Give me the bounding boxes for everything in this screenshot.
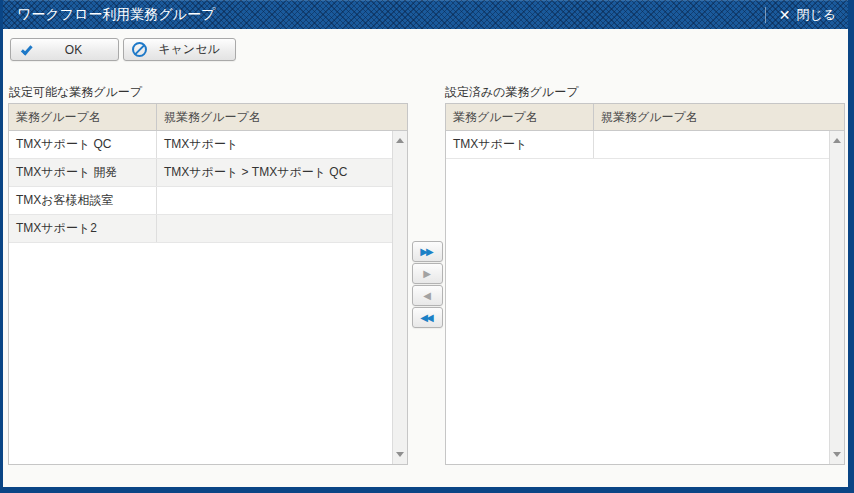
close-icon: ✕ [779,8,791,22]
titlebar: ワークフロー利用業務グループ ✕ 閉じる [3,0,848,29]
dialog-title: ワークフロー利用業務グループ [17,0,215,29]
configured-groups-table: 業務グループ名 親業務グループ名 TMXサポート [445,103,845,465]
scroll-down-icon[interactable] [833,452,841,457]
move-right-button[interactable]: ▶ [412,263,443,284]
ok-button[interactable]: OK [10,38,119,61]
vertical-scrollbar[interactable] [392,131,407,464]
available-groups-body: TMXサポート QCTMXサポートTMXサポート 開発TMXサポート > TMX… [9,131,407,464]
available-groups-label: 設定可能な業務グループ [9,84,142,101]
cancel-circle-slash-icon [132,42,147,57]
vertical-scrollbar[interactable] [829,131,844,464]
cell-group-name: TMXサポート QC [9,131,157,158]
configured-groups-body: TMXサポート [446,131,844,464]
right-arrow-icon: ▶ [423,268,429,279]
workflow-business-group-dialog: ワークフロー利用業務グループ ✕ 閉じる OK キャンセル 設定可能な業務グルー… [0,0,854,493]
cell-parent-group-name: TMXサポート > TMXサポート QC [157,159,391,186]
cell-parent-group-name [157,215,391,242]
scroll-up-icon[interactable] [833,138,841,143]
cell-parent-group-name [594,131,828,158]
column-header-group-name: 業務グループ名 [9,104,157,130]
cancel-button[interactable]: キャンセル [123,38,236,61]
column-header-parent-group-name: 親業務グループ名 [157,104,407,130]
check-icon [21,43,33,55]
table-row[interactable]: TMXサポート2 [9,215,407,243]
configured-groups-label: 設定済みの業務グループ [445,84,578,101]
table-header-row: 業務グループ名 親業務グループ名 [9,104,407,131]
move-left-button[interactable]: ◀ [412,285,443,306]
cell-parent-group-name: TMXサポート [157,131,391,158]
double-left-arrow-icon: ◀◀ [420,312,431,323]
table-row[interactable]: TMXサポート [446,131,844,159]
scroll-up-icon[interactable] [396,138,404,143]
double-right-arrow-icon: ▶▶ [420,246,431,257]
cell-group-name: TMXお客様相談室 [9,187,157,214]
available-groups-table: 業務グループ名 親業務グループ名 TMXサポート QCTMXサポートTMXサポー… [8,103,408,465]
move-all-right-button[interactable]: ▶▶ [412,241,443,262]
scroll-down-icon[interactable] [396,452,404,457]
cell-group-name: TMXサポート [446,131,594,158]
cell-group-name: TMXサポート2 [9,215,157,242]
ok-button-label: OK [33,43,118,57]
left-arrow-icon: ◀ [423,290,429,301]
close-button[interactable]: ✕ 閉じる [765,0,836,29]
cell-group-name: TMXサポート 開発 [9,159,157,186]
table-row[interactable]: TMXお客様相談室 [9,187,407,215]
close-button-label: 閉じる [796,6,836,24]
table-header-row: 業務グループ名 親業務グループ名 [446,104,844,131]
move-all-left-button[interactable]: ◀◀ [412,307,443,328]
titlebar-divider [765,7,766,23]
column-header-parent-group-name: 親業務グループ名 [594,104,844,130]
table-row[interactable]: TMXサポート QCTMXサポート [9,131,407,159]
column-header-group-name: 業務グループ名 [446,104,594,130]
cancel-button-label: キャンセル [147,41,235,58]
cell-parent-group-name [157,187,391,214]
table-row[interactable]: TMXサポート 開発TMXサポート > TMXサポート QC [9,159,407,187]
